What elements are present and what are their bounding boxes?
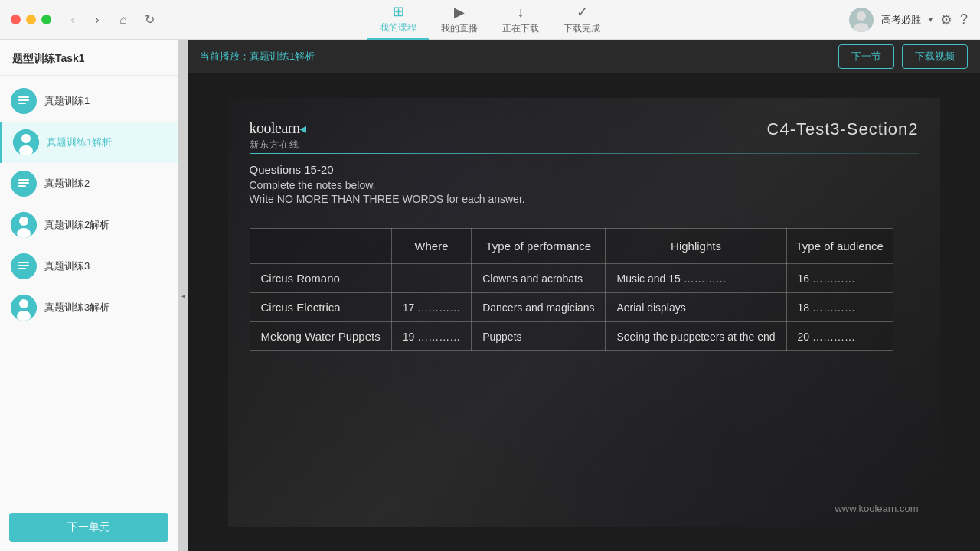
avatar-icon-2 [11, 212, 37, 238]
row3-audience: 20 ………… [786, 322, 893, 351]
svg-point-7 [21, 134, 31, 143]
col-header-audience: Type of audience [786, 229, 893, 264]
content-header: 当前播放：真题训练1解析 下一节 下载视频 [188, 40, 980, 73]
questions-instruction1: Complete the notes below. [250, 179, 525, 191]
tab-downloading[interactable]: ↓ 正在下载 [490, 0, 551, 40]
row3-performance: Puppets [472, 322, 606, 351]
slide-logo: koolearn◂ 新东方在线 [250, 119, 306, 152]
back-button[interactable]: ‹ [62, 9, 83, 31]
help-icon[interactable]: ? [960, 11, 968, 28]
list-icon-2 [11, 171, 37, 197]
avatar-icon-1 [13, 129, 39, 155]
sidebar-item-label-1: 真题训练1 [44, 95, 90, 108]
home-button[interactable]: ⌂ [113, 9, 134, 31]
table-row: Circus Electrica 17 ………… Dancers and mag… [250, 293, 893, 322]
sidebar-item-label-5: 真题训练3 [44, 260, 90, 273]
logo-arrow: ◂ [299, 121, 306, 136]
tab-my-courses-label: 我的课程 [380, 21, 416, 34]
play-icon: ▶ [454, 4, 465, 21]
sidebar-collapse-handle[interactable]: ◂ [178, 40, 188, 551]
download-video-button[interactable]: 下载视频 [902, 44, 968, 69]
avatar-icon-3 [11, 295, 37, 321]
tab-downloaded[interactable]: ✓ 下载完成 [551, 0, 612, 40]
svg-rect-11 [18, 185, 26, 187]
col-header-highlights: Highlights [606, 229, 786, 264]
tab-live[interactable]: ▶ 我的直播 [429, 0, 490, 40]
questions-title: Questions 15-20 [250, 163, 525, 176]
svg-rect-17 [18, 268, 26, 269]
table-row: Circus Romano Clowns and acrobats Music … [250, 264, 893, 293]
header-buttons: 下一节 下载视频 [838, 44, 968, 69]
sidebar-list: 真题训练1 真题训练1解析 真题训练2 真题训练2解析 [0, 76, 178, 504]
sidebar-item-zhentti2[interactable]: 真题训练2 [0, 163, 178, 204]
nav-arrows: ‹ › ⌂ ↻ [62, 9, 160, 31]
table-row: Mekong Water Puppets 19 ………… Puppets See… [250, 322, 893, 351]
slide-section: C4-Test3-Section2 [767, 119, 919, 139]
download-icon: ↓ [518, 5, 524, 21]
tab-my-courses[interactable]: ⊞ 我的课程 [368, 0, 429, 40]
svg-point-13 [19, 217, 28, 226]
slide-inner: koolearn◂ 新东方在线 C4-Test3-Section2 Questi… [228, 98, 940, 527]
svg-point-19 [19, 299, 28, 308]
next-section-button[interactable]: 下一节 [838, 44, 894, 69]
now-playing-current: 真题训练1解析 [250, 51, 315, 62]
sidebar-item-zhentti3[interactable]: 真题训练3 [0, 246, 178, 287]
slide-divider [250, 153, 919, 154]
avatar [849, 8, 874, 32]
slide-footer-url: www.koolearn.com [835, 503, 918, 514]
row2-where: 17 ………… [391, 293, 471, 322]
slide-table: Where Type of performance Highlights Typ… [250, 228, 893, 351]
row1-performance: Clowns and acrobats [472, 264, 606, 293]
dropdown-icon[interactable]: ▾ [929, 15, 933, 24]
maximize-button[interactable] [41, 15, 51, 24]
tab-bar: ⊞ 我的课程 ▶ 我的直播 ↓ 正在下载 ✓ 下载完成 [368, 0, 612, 40]
minimize-button[interactable] [26, 15, 36, 24]
titlebar: ‹ › ⌂ ↻ ⊞ 我的课程 ▶ 我的直播 ↓ 正在下载 ✓ 下载完成 高考必胜… [0, 0, 980, 40]
sidebar-item-zhentti1[interactable]: 真题训练1 [0, 80, 178, 122]
row2-audience: 18 ………… [786, 293, 893, 322]
svg-rect-4 [18, 99, 29, 101]
close-button[interactable] [11, 15, 21, 24]
tab-downloading-label: 正在下载 [502, 22, 539, 35]
tab-downloaded-label: 下载完成 [564, 22, 600, 35]
next-unit-button[interactable]: 下一单元 [9, 513, 168, 542]
svg-rect-15 [18, 262, 29, 263]
svg-rect-9 [18, 179, 29, 181]
check-icon: ✓ [577, 4, 588, 21]
refresh-button[interactable]: ↻ [139, 9, 160, 31]
sidebar: 题型训练Task1 真题训练1 真题训练1解析 真题训练2 [0, 40, 178, 551]
col-header-performance: Type of performance [472, 229, 606, 264]
user-area: 高考必胜 ▾ ⚙ ? [849, 8, 968, 32]
row3-highlights: Seeing the puppeteers at the end [606, 322, 786, 351]
svg-rect-10 [18, 182, 29, 184]
svg-rect-5 [18, 103, 26, 104]
col-header-where: Where [391, 229, 471, 264]
now-playing-text: 当前播放：真题训练1解析 [200, 50, 315, 64]
row1-highlights: Music and 15 ………… [606, 264, 786, 293]
row1-audience: 16 ………… [786, 264, 893, 293]
row3-name: Mekong Water Puppets [250, 322, 391, 351]
svg-point-1 [857, 11, 866, 21]
sidebar-item-zhentti2analysis[interactable]: 真题训练2解析 [0, 204, 178, 246]
sidebar-item-label-6: 真题训练3解析 [44, 302, 109, 315]
slide-questions: Questions 15-20 Complete the notes below… [250, 163, 525, 205]
forward-button[interactable]: › [87, 9, 108, 31]
row2-performance: Dancers and magicians [472, 293, 606, 322]
row3-where: 19 ………… [391, 322, 471, 351]
bottom-btn-area: 下一单元 [0, 504, 178, 551]
window-controls [0, 15, 51, 24]
username: 高考必胜 [881, 13, 921, 27]
sidebar-item-zhentti3analysis[interactable]: 真题训练3解析 [0, 287, 178, 328]
grid-icon: ⊞ [393, 3, 404, 20]
collapse-icon: ◂ [181, 292, 185, 300]
row2-highlights: Aerial displays [606, 293, 786, 322]
logo-text: koolearn◂ [250, 119, 306, 137]
sidebar-item-zhentti1analysis[interactable]: 真题训练1解析 [0, 122, 178, 163]
video-area: koolearn◂ 新东方在线 C4-Test3-Section2 Questi… [188, 73, 980, 551]
main-layout: 题型训练Task1 真题训练1 真题训练1解析 真题训练2 [0, 40, 980, 551]
row1-name: Circus Romano [250, 264, 391, 293]
logo-subtitle: 新东方在线 [250, 139, 306, 152]
settings-icon[interactable]: ⚙ [940, 11, 952, 28]
svg-rect-16 [18, 265, 29, 266]
sidebar-item-label-3: 真题训练2 [44, 178, 90, 191]
